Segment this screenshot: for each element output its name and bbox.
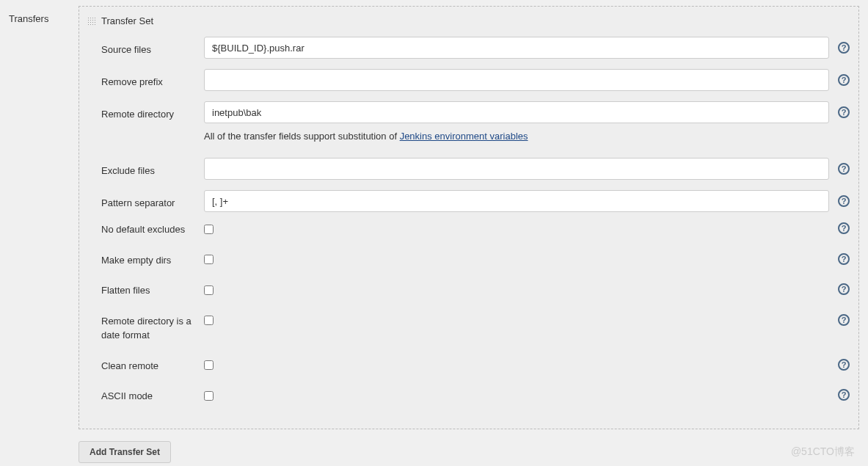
clean-remote-checkbox[interactable] [204, 360, 214, 370]
make-empty-dirs-checkbox[interactable] [204, 255, 214, 264]
exclude-files-input[interactable] [204, 158, 829, 180]
help-icon[interactable]: ? [838, 359, 850, 371]
flatten-files-checkbox[interactable] [204, 285, 214, 295]
make-empty-dirs-label: Make empty dirs [101, 253, 204, 268]
watermark: @51CTO博客 [791, 445, 855, 459]
jenkins-env-vars-link[interactable]: Jenkins environment variables [400, 131, 528, 142]
no-default-excludes-checkbox[interactable] [204, 225, 214, 234]
remove-prefix-label: Remove prefix [101, 69, 204, 90]
no-default-excludes-label: No default excludes [101, 222, 204, 237]
note-prefix: All of the transfer fields support subst… [204, 131, 400, 142]
section-title: Transfers [9, 6, 79, 429]
remote-dir-is-date-label: Remote directory is a date format [101, 314, 204, 343]
remote-directory-input[interactable] [204, 101, 829, 123]
help-icon[interactable]: ? [838, 389, 850, 401]
help-icon[interactable]: ? [838, 42, 850, 54]
ascii-mode-label: ASCII mode [101, 389, 204, 404]
help-icon[interactable]: ? [838, 253, 850, 265]
transfer-set-header-text: Transfer Set [101, 15, 153, 26]
add-transfer-set-button[interactable]: Add Transfer Set [79, 441, 171, 463]
help-icon[interactable]: ? [838, 163, 850, 175]
substitution-note: All of the transfer fields support subst… [87, 131, 858, 142]
remote-dir-is-date-checkbox[interactable] [204, 316, 214, 325]
source-files-input[interactable] [204, 37, 829, 59]
help-icon[interactable]: ? [838, 106, 850, 118]
help-icon[interactable]: ? [838, 283, 850, 295]
pattern-separator-label: Pattern separator [101, 190, 204, 211]
ascii-mode-checkbox[interactable] [204, 391, 214, 401]
help-icon[interactable]: ? [838, 195, 850, 207]
clean-remote-label: Clean remote [101, 359, 204, 374]
pattern-separator-input[interactable] [204, 190, 829, 212]
transfer-set-header: Transfer Set [87, 15, 858, 26]
help-icon[interactable]: ? [838, 222, 850, 234]
help-icon[interactable]: ? [838, 314, 850, 326]
help-icon[interactable]: ? [838, 74, 850, 86]
drag-handle-icon[interactable] [87, 16, 97, 26]
exclude-files-label: Exclude files [101, 158, 204, 178]
flatten-files-label: Flatten files [101, 283, 204, 298]
remove-prefix-input[interactable] [204, 69, 829, 91]
remote-directory-label: Remote directory [101, 101, 204, 122]
transfer-set-panel: Transfer Set Source files ? Remove prefi… [79, 6, 859, 429]
source-files-label: Source files [101, 37, 204, 57]
